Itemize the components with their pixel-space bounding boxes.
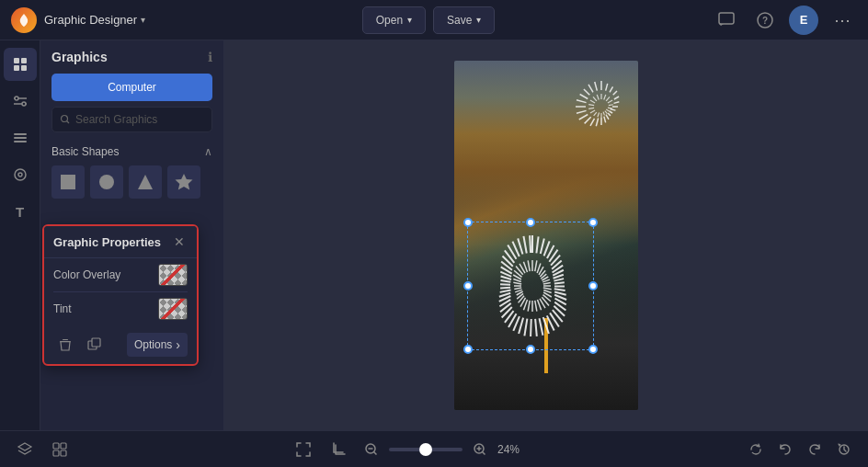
spiral-center — [473, 226, 592, 346]
bottombar: 24% — [0, 430, 868, 467]
svg-line-32 — [614, 97, 619, 99]
svg-rect-6 — [21, 65, 27, 71]
svg-marker-22 — [138, 175, 153, 189]
panel-title: Graphics — [51, 50, 108, 64]
computer-button[interactable]: Computer — [51, 74, 212, 101]
delete-icon[interactable] — [53, 333, 77, 357]
svg-line-82 — [554, 282, 565, 283]
svg-line-36 — [610, 111, 612, 113]
zoom-slider[interactable] — [389, 448, 463, 451]
tint-swatch-diagonal — [159, 299, 187, 319]
svg-line-109 — [500, 284, 510, 285]
color-overlay-swatch[interactable] — [158, 264, 188, 286]
svg-line-37 — [608, 113, 611, 116]
comment-icon[interactable] — [712, 6, 741, 35]
svg-rect-27 — [92, 338, 100, 347]
color-overlay-swatch-inner — [159, 265, 187, 285]
zoom-controls: 24% — [360, 438, 527, 461]
crop-button[interactable] — [325, 436, 352, 463]
svg-line-55 — [608, 100, 612, 103]
main-area: T Graphics ℹ Computer Search Graphics Ba… — [0, 40, 868, 430]
canvas-image-container — [454, 61, 638, 410]
svg-line-67 — [590, 100, 595, 103]
svg-line-130 — [543, 283, 551, 284]
app-name-chevron: ▾ — [141, 15, 145, 25]
gp-close-button[interactable]: ✕ — [171, 234, 188, 250]
svg-line-45 — [577, 110, 587, 113]
save-button[interactable]: Save ▾ — [433, 6, 495, 34]
canvas-area[interactable] — [224, 40, 868, 430]
zoom-in-button[interactable] — [468, 438, 492, 461]
zoom-slider-thumb — [419, 443, 432, 456]
app-name-btn[interactable]: Graphic Designer ▾ — [44, 13, 145, 27]
panel-header: Graphics ℹ — [40, 40, 223, 70]
duplicate-icon[interactable] — [83, 333, 107, 357]
svg-line-30 — [610, 86, 613, 92]
tint-swatch[interactable] — [158, 298, 188, 320]
svg-line-141 — [528, 301, 530, 312]
svg-rect-25 — [63, 339, 68, 340]
svg-rect-5 — [14, 65, 19, 71]
svg-line-120 — [523, 236, 526, 254]
svg-line-66 — [588, 105, 594, 106]
svg-line-33 — [614, 102, 620, 104]
sidebar-text-btn[interactable]: T — [4, 195, 37, 228]
svg-point-7 — [15, 97, 18, 100]
fit-button[interactable] — [290, 436, 317, 463]
options-button[interactable]: Options › — [127, 333, 188, 357]
canvas-photo — [454, 61, 638, 410]
spiral-svg-top — [569, 70, 634, 143]
svg-line-68 — [593, 97, 597, 101]
sidebar-shapes-btn[interactable] — [4, 158, 37, 191]
svg-line-51 — [595, 82, 598, 91]
sidebar-graphics-btn[interactable] — [4, 48, 37, 81]
svg-line-57 — [608, 108, 612, 108]
svg-point-17 — [18, 173, 22, 177]
redo-icon[interactable] — [802, 437, 828, 462]
graphic-properties-popup: Graphic Properties ✕ Color Overlay Tint — [42, 224, 199, 366]
help-icon[interactable]: ? — [750, 6, 780, 35]
panel-info-icon[interactable]: ℹ — [208, 50, 212, 64]
svg-line-31 — [613, 91, 617, 95]
layers-button[interactable] — [11, 436, 39, 463]
svg-line-110 — [501, 280, 511, 282]
sidebar-layers-btn[interactable] — [4, 121, 37, 154]
undo-icon[interactable] — [772, 437, 798, 462]
svg-line-60 — [603, 112, 604, 116]
gp-title: Graphic Properties — [53, 235, 161, 249]
tint-row: Tint — [44, 292, 197, 325]
bottom-right-icons — [743, 437, 857, 462]
svg-line-81 — [554, 279, 564, 280]
search-graphics-input[interactable]: Search Graphics — [51, 107, 212, 132]
open-button[interactable]: Open ▾ — [362, 6, 426, 34]
svg-line-49 — [584, 89, 589, 95]
basic-shapes-row — [40, 162, 223, 206]
svg-line-150 — [513, 282, 521, 284]
shape-square[interactable] — [51, 165, 85, 199]
search-icon — [60, 114, 71, 125]
zoom-out-button[interactable] — [360, 438, 383, 461]
avatar[interactable]: E — [789, 6, 818, 35]
svg-line-98 — [519, 318, 523, 334]
grid-button[interactable] — [46, 436, 74, 463]
shape-triangle[interactable] — [129, 165, 162, 199]
svg-line-71 — [536, 236, 538, 253]
more-icon[interactable]: ⋯ — [828, 6, 857, 35]
history-icon[interactable] — [831, 437, 857, 462]
svg-line-50 — [588, 85, 593, 93]
topbar: Graphic Designer ▾ Open ▾ Save ▾ ? E — [0, 0, 868, 40]
svg-point-18 — [62, 116, 68, 122]
svg-line-132 — [543, 288, 552, 290]
shape-star[interactable] — [167, 165, 200, 199]
refresh-icon[interactable] — [743, 437, 769, 462]
svg-marker-23 — [176, 174, 193, 190]
sidebar-adjust-btn[interactable] — [4, 85, 37, 118]
graphics-panel: Graphics ℹ Computer Search Graphics Basi… — [40, 40, 224, 430]
svg-line-47 — [577, 100, 587, 103]
svg-rect-24 — [60, 341, 71, 342]
svg-point-16 — [15, 169, 26, 180]
collapse-icon[interactable]: ∧ — [204, 145, 212, 158]
svg-rect-13 — [14, 133, 27, 135]
shape-circle[interactable] — [90, 165, 123, 199]
gp-footer-icons — [53, 333, 107, 357]
